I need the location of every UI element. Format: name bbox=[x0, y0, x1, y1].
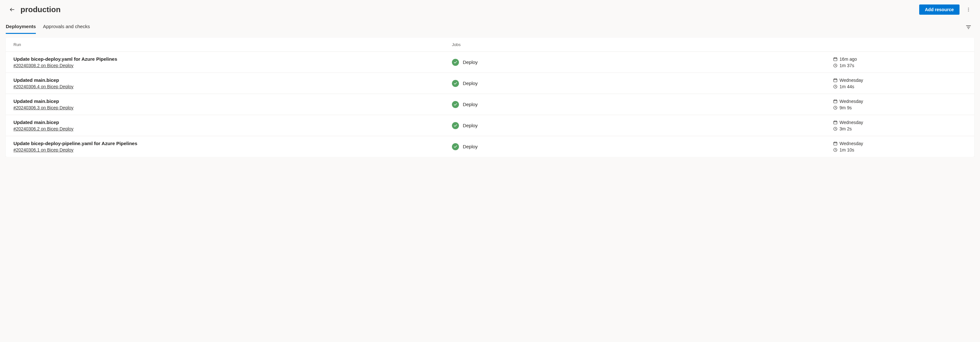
add-resource-button[interactable]: Add resource bbox=[919, 5, 959, 15]
success-icon bbox=[452, 143, 459, 150]
run-when: Wednesday bbox=[833, 99, 863, 104]
clock-icon bbox=[833, 148, 838, 152]
run-title: Update bicep-deploy-pipeline.yaml for Az… bbox=[13, 141, 452, 146]
job-cell: Deploy bbox=[452, 59, 478, 66]
run-duration-text: 9m 9s bbox=[840, 105, 852, 110]
run-when-text: 16m ago bbox=[840, 57, 857, 62]
tab-approvals[interactable]: Approvals and checks bbox=[43, 21, 90, 34]
run-title: Updated main.bicep bbox=[13, 98, 452, 104]
run-title: Updated main.bicep bbox=[13, 120, 452, 125]
success-icon bbox=[452, 122, 459, 129]
table-row[interactable]: Updated main.bicep #20240306.2 on Bicep … bbox=[6, 115, 974, 136]
run-when: Wednesday bbox=[833, 141, 863, 146]
run-title: Update bicep-deploy.yaml for Azure Pipel… bbox=[13, 56, 452, 62]
tab-bar: Deployments Approvals and checks bbox=[0, 21, 980, 34]
table-header: Run Jobs bbox=[6, 38, 974, 52]
table-row[interactable]: Updated main.bicep #20240306.4 on Bicep … bbox=[6, 73, 974, 94]
run-title: Updated main.bicep bbox=[13, 78, 452, 83]
svg-rect-27 bbox=[834, 142, 837, 145]
job-name: Deploy bbox=[463, 144, 478, 149]
svg-point-1 bbox=[968, 8, 969, 8]
deployments-table: Run Jobs Update bicep-deploy.yaml for Az… bbox=[6, 38, 974, 157]
table-body: Update bicep-deploy.yaml for Azure Pipel… bbox=[6, 52, 974, 157]
run-duration: 1m 44s bbox=[833, 84, 854, 89]
back-button[interactable] bbox=[6, 3, 19, 16]
filter-button[interactable] bbox=[963, 21, 974, 33]
calendar-icon bbox=[833, 99, 838, 104]
svg-rect-12 bbox=[834, 79, 837, 81]
job-name: Deploy bbox=[463, 101, 478, 107]
svg-point-2 bbox=[968, 9, 969, 10]
svg-point-3 bbox=[968, 11, 969, 11]
filter-icon bbox=[966, 24, 971, 30]
tab-deployments[interactable]: Deployments bbox=[6, 21, 36, 34]
run-duration: 1m 10s bbox=[833, 147, 854, 152]
calendar-icon bbox=[833, 57, 838, 61]
calendar-icon bbox=[833, 141, 838, 146]
svg-rect-7 bbox=[834, 57, 837, 60]
column-header-jobs[interactable]: Jobs bbox=[452, 42, 833, 47]
run-when-text: Wednesday bbox=[840, 99, 863, 104]
page-header: production Add resource bbox=[0, 0, 980, 16]
arrow-left-icon bbox=[9, 7, 15, 13]
job-cell: Deploy bbox=[452, 101, 478, 108]
run-link[interactable]: #20240308.2 on Bicep Deploy bbox=[13, 63, 73, 68]
table-row[interactable]: Update bicep-deploy.yaml for Azure Pipel… bbox=[6, 52, 974, 73]
run-duration-text: 1m 44s bbox=[840, 84, 854, 89]
run-link[interactable]: #20240306.2 on Bicep Deploy bbox=[13, 126, 73, 131]
success-icon bbox=[452, 80, 459, 87]
table-row[interactable]: Updated main.bicep #20240306.3 on Bicep … bbox=[6, 94, 974, 115]
job-cell: Deploy bbox=[452, 143, 478, 150]
job-name: Deploy bbox=[463, 59, 478, 65]
job-cell: Deploy bbox=[452, 122, 478, 129]
run-duration: 1m 37s bbox=[833, 63, 854, 68]
column-header-run[interactable]: Run bbox=[13, 42, 452, 47]
run-when: Wednesday bbox=[833, 78, 863, 83]
run-duration-text: 3m 2s bbox=[840, 126, 852, 131]
job-name: Deploy bbox=[463, 81, 478, 86]
page-title: production bbox=[21, 5, 60, 14]
run-link[interactable]: #20240306.1 on Bicep Deploy bbox=[13, 147, 73, 152]
run-duration-text: 1m 37s bbox=[840, 63, 854, 68]
success-icon bbox=[452, 101, 459, 108]
svg-rect-17 bbox=[834, 100, 837, 103]
run-when: Wednesday bbox=[833, 120, 863, 125]
svg-rect-22 bbox=[834, 121, 837, 124]
run-duration: 9m 9s bbox=[833, 105, 852, 110]
calendar-icon bbox=[833, 78, 838, 82]
run-duration-text: 1m 10s bbox=[840, 147, 854, 152]
clock-icon bbox=[833, 127, 838, 131]
run-when: 16m ago bbox=[833, 57, 857, 62]
clock-icon bbox=[833, 106, 838, 110]
more-actions-button[interactable] bbox=[963, 4, 974, 15]
run-link[interactable]: #20240306.4 on Bicep Deploy bbox=[13, 84, 73, 89]
clock-icon bbox=[833, 84, 838, 89]
success-icon bbox=[452, 59, 459, 66]
run-when-text: Wednesday bbox=[840, 78, 863, 83]
job-name: Deploy bbox=[463, 123, 478, 128]
more-vertical-icon bbox=[966, 7, 971, 12]
clock-icon bbox=[833, 63, 838, 68]
table-row[interactable]: Update bicep-deploy-pipeline.yaml for Az… bbox=[6, 136, 974, 157]
run-link[interactable]: #20240306.3 on Bicep Deploy bbox=[13, 105, 73, 110]
run-when-text: Wednesday bbox=[840, 120, 863, 125]
run-duration: 3m 2s bbox=[833, 126, 852, 131]
run-when-text: Wednesday bbox=[840, 141, 863, 146]
calendar-icon bbox=[833, 120, 838, 125]
job-cell: Deploy bbox=[452, 80, 478, 87]
